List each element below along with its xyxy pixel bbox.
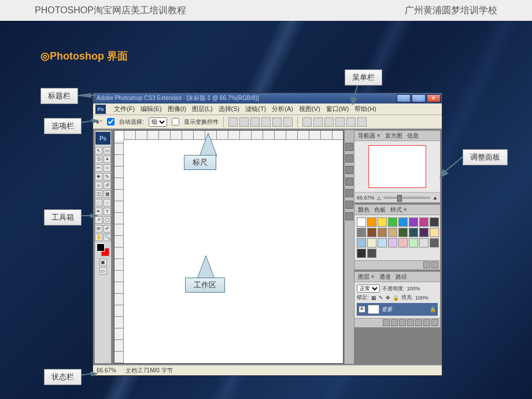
lock-trans-icon[interactable]: ▦ — [371, 295, 376, 301]
pen-tool[interactable]: ✒ — [95, 208, 102, 215]
link-icon[interactable] — [383, 319, 390, 326]
layer-thumb[interactable] — [368, 305, 379, 314]
zoom-slider[interactable] — [383, 197, 431, 199]
blur-tool[interactable]: ◌ — [95, 199, 102, 206]
zoom-in-icon[interactable]: ▲ — [433, 195, 438, 201]
ruler-horizontal[interactable] — [124, 131, 343, 140]
slice-tool[interactable]: ⌗ — [104, 164, 111, 172]
menu-window[interactable]: 窗口(W) — [326, 105, 349, 113]
menu-edit[interactable]: 编辑(E) — [141, 105, 162, 113]
lock-pos-icon[interactable]: ✥ — [386, 295, 390, 301]
swatch[interactable] — [430, 238, 439, 247]
mask-icon[interactable] — [399, 319, 406, 326]
swatch[interactable] — [409, 228, 418, 237]
opacity-value[interactable]: 100% — [407, 286, 420, 291]
screenmode-tool[interactable]: ▭ — [99, 267, 107, 275]
menu-layer[interactable]: 图层(L) — [192, 105, 212, 113]
lock-all-icon[interactable]: 🔒 — [393, 295, 399, 301]
distribute-icon[interactable] — [346, 117, 356, 127]
shape-tool[interactable]: ▢ — [104, 216, 111, 224]
marquee-tool[interactable]: ▭ — [104, 147, 111, 154]
dock-icon[interactable] — [345, 189, 353, 197]
swatch[interactable] — [367, 238, 376, 247]
menu-file[interactable]: 文件(F) — [114, 105, 135, 113]
align-icon[interactable] — [261, 117, 271, 127]
swatch[interactable] — [409, 238, 418, 247]
minimize-button[interactable]: — — [397, 94, 411, 102]
auto-select-checkbox[interactable] — [107, 118, 114, 125]
swatch[interactable] — [357, 217, 366, 227]
swatch[interactable] — [378, 238, 387, 247]
color-picker[interactable] — [97, 243, 109, 256]
menu-filter[interactable]: 滤镜(T) — [245, 105, 266, 113]
swatch[interactable] — [398, 228, 408, 237]
new-layer-icon[interactable] — [423, 319, 430, 326]
swatch[interactable] — [367, 249, 376, 258]
wand-tool[interactable]: ✦ — [104, 156, 111, 163]
swatch[interactable] — [419, 238, 428, 247]
swatch[interactable] — [430, 217, 439, 227]
distribute-icon[interactable] — [313, 117, 323, 127]
dock-icon[interactable] — [345, 143, 353, 151]
visibility-icon[interactable]: 👁 — [359, 306, 365, 313]
menu-image[interactable]: 图像(I) — [168, 105, 186, 113]
swatch[interactable] — [367, 228, 376, 237]
swatch[interactable] — [357, 249, 366, 258]
distribute-icon[interactable] — [335, 117, 345, 127]
swatch[interactable] — [398, 238, 408, 247]
layer-name[interactable]: 背景 — [382, 306, 392, 313]
zoom-tool[interactable]: 🔍 — [104, 234, 111, 241]
maximize-button[interactable]: ▭ — [412, 94, 426, 102]
fx-icon[interactable] — [391, 319, 398, 326]
swatch[interactable] — [419, 217, 428, 227]
tab-paths[interactable]: 路径 — [396, 273, 407, 281]
swatch[interactable] — [378, 228, 387, 237]
tab-layers[interactable]: 图层 × — [358, 273, 375, 281]
swatch[interactable] — [409, 217, 418, 227]
menu-view[interactable]: 视图(V) — [299, 105, 320, 113]
heal-tool[interactable]: ✚ — [95, 173, 102, 180]
swatch[interactable] — [367, 217, 376, 227]
lasso-tool[interactable]: ʘ — [95, 156, 102, 163]
dock-icon[interactable] — [345, 166, 353, 174]
distribute-icon[interactable] — [324, 117, 334, 127]
brush-tool[interactable]: ✎ — [104, 173, 111, 180]
group-icon[interactable] — [415, 319, 422, 326]
history-brush-tool[interactable]: ↺ — [104, 182, 111, 189]
dock-icon[interactable] — [345, 154, 353, 162]
eyedropper-tool[interactable]: ✐ — [104, 225, 111, 232]
align-icon[interactable] — [283, 117, 293, 127]
tab-styles[interactable]: 样式 × — [390, 206, 407, 214]
window-titlebar[interactable]: Adobe Photoshop CS3 Extended - [未标题-1 @ … — [93, 93, 442, 104]
tab-info[interactable]: 信息 — [407, 132, 419, 140]
canvas[interactable] — [124, 140, 343, 363]
align-icon[interactable] — [250, 117, 260, 127]
show-transform-checkbox[interactable] — [172, 118, 179, 125]
eraser-tool[interactable]: ◫ — [95, 190, 102, 198]
canvas-area[interactable] — [114, 130, 343, 364]
tab-channels[interactable]: 通道 — [379, 273, 391, 281]
align-icon[interactable] — [228, 117, 238, 127]
menu-analysis[interactable]: 分析(A) — [272, 105, 293, 113]
hand-tool[interactable]: ✋ — [95, 234, 102, 241]
swatch[interactable] — [419, 228, 428, 237]
foreground-color-icon[interactable] — [97, 243, 105, 252]
swatch[interactable] — [357, 238, 366, 247]
tab-histogram[interactable]: 直方图 — [385, 132, 402, 140]
path-tool[interactable]: ↗ — [95, 216, 102, 224]
notes-tool[interactable]: ✉ — [95, 225, 102, 232]
menu-select[interactable]: 选择(S) — [219, 105, 240, 113]
zoom-out-icon[interactable]: △ — [377, 195, 381, 201]
dock-icon[interactable] — [345, 212, 353, 220]
swatch[interactable] — [430, 228, 439, 237]
swatch[interactable] — [388, 217, 397, 227]
move-tool[interactable]: ↖ — [95, 147, 102, 154]
tab-navigator[interactable]: 导航器 × — [358, 132, 380, 140]
stamp-tool[interactable]: ⎌ — [95, 182, 102, 189]
auto-select-dropdown[interactable]: 组 — [149, 117, 167, 127]
quickmask-tool[interactable]: ▣ — [99, 258, 107, 266]
align-icon[interactable] — [272, 117, 282, 127]
tab-color[interactable]: 颜色 — [358, 206, 370, 214]
swatch[interactable] — [398, 217, 408, 227]
layer-item[interactable]: 👁 背景 🔒 — [357, 303, 438, 316]
